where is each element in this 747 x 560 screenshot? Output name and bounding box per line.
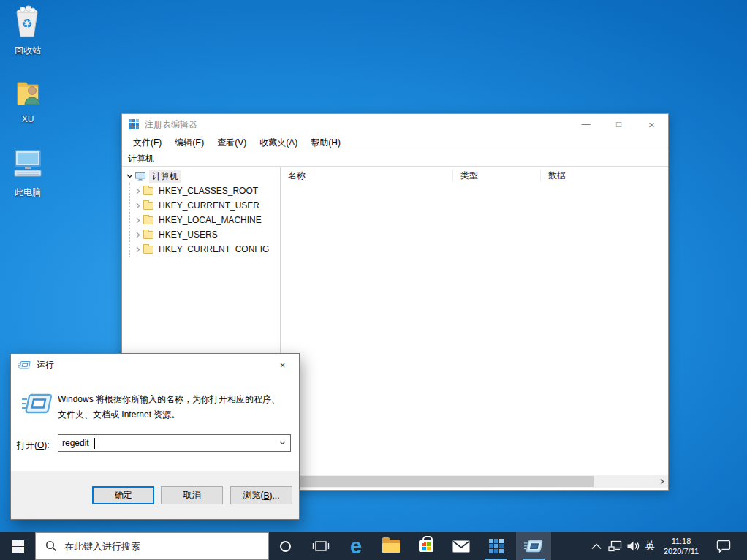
menu-file[interactable]: 文件(F)	[126, 137, 168, 149]
mail-icon	[452, 540, 470, 553]
tree-node-label: 计算机	[149, 170, 181, 183]
folder-icon	[143, 187, 153, 195]
text-caret	[94, 438, 95, 449]
menu-favorites[interactable]: 收藏夹(A)	[253, 137, 304, 149]
ime-indicator[interactable]: 英	[642, 532, 658, 560]
chevron-right-icon[interactable]	[133, 203, 143, 209]
address-text: 计算机	[128, 153, 154, 165]
run-dialog-footer: 确定 取消 浏览(B)...	[11, 471, 299, 519]
taskbar: e	[0, 532, 747, 560]
cortana-button[interactable]	[269, 532, 301, 560]
tree-node-hkcu[interactable]: HKEY_CURRENT_USER	[133, 198, 261, 213]
run-description-line2: 文件夹、文档或 Internet 资源。	[58, 407, 292, 423]
menu-view[interactable]: 查看(V)	[211, 137, 253, 149]
run-titlebar[interactable]: 运行 ×	[11, 354, 299, 377]
chevron-down-icon[interactable]	[124, 174, 134, 178]
show-hidden-icons-button[interactable]	[588, 532, 605, 560]
taskbar-clock[interactable]: 11:18 2020/7/11	[658, 532, 705, 560]
volume-tray-button[interactable]	[624, 532, 642, 560]
clock-time: 11:18	[672, 536, 691, 546]
edge-icon: e	[350, 536, 362, 557]
scroll-right-icon[interactable]	[656, 475, 668, 488]
registry-editor-icon	[489, 539, 504, 553]
run-dialog: 运行 × Windows 将根据你所输入的名称，为你打开相应的程序、 文件夹、文…	[10, 353, 300, 520]
tree-node-hku[interactable]: HKEY_USERS	[133, 227, 219, 242]
run-description: Windows 将根据你所输入的名称，为你打开相应的程序、 文件夹、文档或 In…	[58, 392, 292, 423]
regedit-app-icon	[129, 119, 139, 129]
edge-button[interactable]: e	[338, 532, 374, 560]
desktop-icon-user-folder[interactable]: XU	[0, 74, 56, 124]
task-view-icon	[312, 540, 330, 553]
mail-button[interactable]	[444, 532, 479, 560]
file-explorer-icon	[382, 540, 400, 553]
menu-help[interactable]: 帮助(H)	[304, 137, 347, 149]
taskbar-search-box[interactable]	[35, 532, 269, 560]
column-header-name[interactable]: 名称	[281, 169, 453, 182]
action-center-button[interactable]	[709, 532, 738, 560]
cortana-icon	[280, 541, 291, 552]
tree-node-label: HKEY_CURRENT_CONFIG	[157, 243, 270, 255]
run-dialog-icon	[18, 360, 31, 371]
clock-date: 2020/7/11	[664, 546, 699, 556]
computer-icon	[134, 171, 146, 181]
search-icon	[45, 540, 57, 552]
column-header-data[interactable]: 数据	[541, 169, 668, 182]
store-button[interactable]	[409, 532, 444, 560]
close-button[interactable]: ×	[635, 114, 668, 135]
file-explorer-button[interactable]	[374, 532, 409, 560]
chevron-right-icon[interactable]	[133, 246, 143, 253]
tree-node-computer[interactable]: 计算机	[124, 169, 181, 183]
regedit-titlebar[interactable]: 注册表编辑器 — □ ×	[122, 114, 668, 135]
tree-node-label: HKEY_CURRENT_USER	[157, 200, 261, 211]
start-button[interactable]	[0, 532, 35, 560]
scrollbar-thumb[interactable]	[293, 476, 594, 487]
tree-node-hkcr[interactable]: HKEY_CLASSES_ROOT	[133, 183, 259, 198]
desktop-icon-label: 此电脑	[0, 186, 56, 199]
folder-icon	[143, 246, 153, 254]
tree-node-hklm[interactable]: HKEY_LOCAL_MACHINE	[133, 213, 263, 227]
close-icon[interactable]: ×	[266, 354, 299, 377]
regedit-list-pane: 名称 类型 数据	[281, 167, 668, 488]
tree-guide-line	[129, 183, 130, 257]
action-center-icon	[716, 540, 731, 553]
registry-editor-taskbar-button[interactable]	[479, 532, 514, 560]
tree-node-hkcc[interactable]: HKEY_CURRENT_CONFIG	[133, 242, 270, 257]
run-command-combobox[interactable]	[58, 434, 291, 452]
minimize-button[interactable]: —	[569, 114, 602, 135]
search-input[interactable]	[64, 541, 268, 552]
run-description-line1: Windows 将根据你所输入的名称，为你打开相应的程序、	[58, 392, 292, 407]
folder-icon	[143, 202, 153, 210]
run-app-icon	[21, 393, 53, 420]
network-icon	[608, 540, 623, 552]
desktop-icon-label: XU	[0, 114, 56, 124]
tree-node-label: HKEY_CLASSES_ROOT	[157, 185, 259, 197]
run-command-input[interactable]	[58, 435, 274, 451]
open-label: 打开(O):	[17, 439, 50, 452]
volume-icon	[626, 540, 640, 552]
horizontal-scrollbar[interactable]	[281, 475, 668, 488]
tree-node-label: HKEY_USERS	[157, 229, 219, 241]
desktop-icon-this-pc[interactable]: 此电脑	[0, 146, 56, 199]
desktop-icon-recycle-bin[interactable]: ♻ 回收站	[0, 4, 56, 57]
column-header-type[interactable]: 类型	[453, 169, 541, 182]
run-taskbar-button[interactable]	[516, 532, 551, 560]
task-view-button[interactable]	[303, 532, 338, 560]
recycle-bin-icon: ♻	[10, 29, 45, 42]
windows-logo-icon	[12, 540, 24, 553]
run-icon	[524, 539, 543, 554]
chevron-right-icon[interactable]	[133, 217, 143, 224]
store-icon	[419, 540, 433, 552]
network-tray-button[interactable]	[607, 532, 624, 560]
regedit-address-bar[interactable]: 计算机	[122, 151, 668, 167]
run-dialog-title: 运行	[37, 359, 54, 371]
list-header: 名称 类型 数据	[281, 167, 668, 183]
cancel-button[interactable]: 取消	[161, 486, 223, 504]
ok-button[interactable]: 确定	[92, 486, 154, 504]
browse-button[interactable]: 浏览(B)...	[230, 486, 292, 504]
menu-edit[interactable]: 编辑(E)	[168, 137, 211, 149]
chevron-right-icon[interactable]	[133, 188, 143, 194]
maximize-button[interactable]: □	[602, 114, 635, 135]
chevron-right-icon[interactable]	[133, 232, 143, 238]
this-pc-icon	[10, 171, 45, 183]
combo-dropdown-icon[interactable]	[274, 441, 290, 445]
